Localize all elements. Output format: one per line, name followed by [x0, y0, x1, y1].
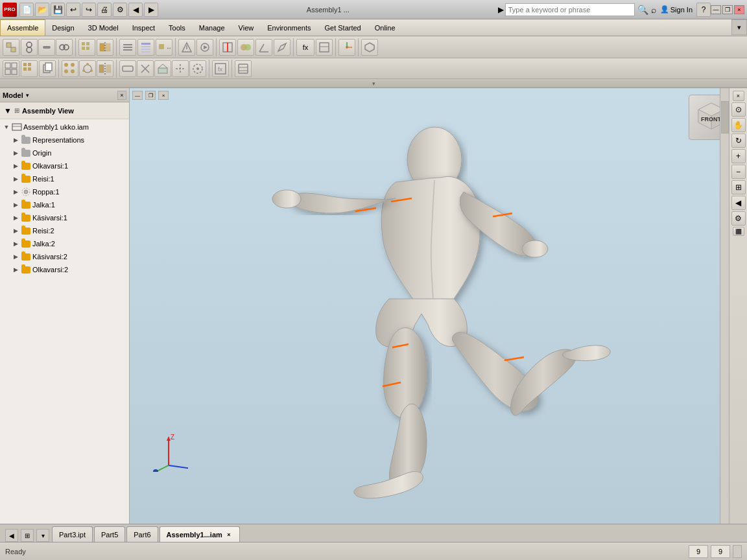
- assemble-button[interactable]: [21, 39, 38, 56]
- tree-expander-jalka1[interactable]: ▶: [12, 201, 19, 209]
- tab-part6[interactable]: Part6: [126, 526, 158, 542]
- properties-button[interactable]: ⚙: [113, 3, 127, 17]
- rt-pan-button[interactable]: ✋: [731, 118, 746, 132]
- tree-expander-jalka2[interactable]: ▶: [12, 240, 19, 248]
- redo-button[interactable]: ↪: [82, 3, 96, 17]
- tree-expander-rep[interactable]: ▶: [12, 136, 19, 144]
- viewport-close-button[interactable]: ×: [158, 91, 169, 100]
- substitute-button[interactable]: ↔: [156, 39, 172, 56]
- tree-expander-kasivarsi1[interactable]: ▶: [12, 214, 19, 222]
- menu-expand-button[interactable]: ▾: [731, 19, 747, 35]
- tab-part3[interactable]: Part3.ipt: [52, 526, 93, 542]
- manage-2-button[interactable]: [235, 60, 252, 77]
- menu-3d-model[interactable]: 3D Model: [82, 19, 126, 36]
- rt-record-button[interactable]: ⬛: [733, 227, 744, 236]
- tree-item-olkavarsi1[interactable]: ▶ Olkavarsi:1: [0, 159, 129, 172]
- tab-assembly1-close[interactable]: ×: [225, 531, 233, 539]
- status-scrollbar[interactable]: [733, 545, 742, 558]
- panel-dropdown-icon[interactable]: ▾: [26, 92, 29, 99]
- copy-button[interactable]: [39, 60, 56, 77]
- sign-in-button[interactable]: 👤 Sign In: [660, 5, 693, 14]
- tree-expander-kasivarsi2[interactable]: ▶: [12, 253, 19, 261]
- tree-expander-roppa1[interactable]: ▶: [12, 188, 19, 196]
- viewport[interactable]: — ❐ × FRONT: [130, 88, 747, 524]
- rt-zoomin-button[interactable]: +: [731, 149, 746, 163]
- tree-item-representations[interactable]: ▶ Representations: [0, 134, 129, 146]
- menu-manage[interactable]: Manage: [193, 19, 232, 36]
- tab-part5[interactable]: Part5: [94, 526, 125, 542]
- tree-item-jalka2[interactable]: ▶ Jalka:2: [0, 237, 129, 250]
- tab-nav-dropdown[interactable]: ▾: [36, 529, 49, 542]
- tree-expander-reisi2[interactable]: ▶: [12, 227, 19, 235]
- rt-zoom-button[interactable]: ⊙: [731, 102, 746, 117]
- rt-close-button[interactable]: ×: [733, 91, 744, 101]
- new-button[interactable]: 📄: [19, 3, 34, 17]
- tree-item-jalka1[interactable]: ▶ Jalka:1: [0, 198, 129, 211]
- rt-zoomout-button[interactable]: −: [731, 165, 746, 179]
- mirror-2-button[interactable]: [97, 60, 113, 77]
- tree-item-root[interactable]: ▼ Assembly1 ukko.iam: [0, 121, 129, 134]
- sketch-button[interactable]: [274, 39, 290, 56]
- viewport-minimize-button[interactable]: —: [132, 91, 143, 100]
- pattern-circular-button[interactable]: [79, 60, 96, 77]
- layout-button[interactable]: [3, 60, 19, 77]
- constraint-2-button[interactable]: [119, 60, 136, 77]
- menu-design[interactable]: Design: [45, 19, 81, 36]
- search-binoculars-icon[interactable]: ⌕: [651, 5, 656, 15]
- menu-online[interactable]: Online: [368, 19, 403, 36]
- tree-expander-olkavarsi1[interactable]: ▶: [12, 162, 19, 170]
- panel-close-button[interactable]: ×: [117, 91, 126, 100]
- angle-button[interactable]: [255, 39, 272, 56]
- work-feature-3-button[interactable]: [189, 60, 206, 77]
- rt-rotate-button[interactable]: ↻: [731, 134, 746, 148]
- search-input[interactable]: [505, 3, 635, 16]
- toolbar-expand-row[interactable]: ▾: [0, 79, 747, 88]
- menu-tools[interactable]: Tools: [162, 19, 193, 36]
- bom-button[interactable]: [137, 39, 154, 56]
- tree-expander-root[interactable]: ▼: [3, 123, 10, 131]
- tree-item-olkavarsi2[interactable]: ▶ Olkavarsi:2: [0, 263, 129, 276]
- tab-assembly1[interactable]: Assembly1...iam ×: [160, 526, 240, 542]
- tab-nav-grid[interactable]: ⊞: [21, 529, 34, 542]
- close-button[interactable]: ×: [734, 5, 744, 14]
- menu-assemble[interactable]: Assemble: [0, 19, 45, 36]
- menu-environments[interactable]: Environments: [261, 19, 318, 36]
- pattern-button[interactable]: [78, 39, 95, 56]
- place-component-button[interactable]: [3, 39, 19, 56]
- tree-item-roppa1[interactable]: ▶ Roppa:1: [0, 185, 129, 198]
- tree-item-reisi1[interactable]: ▶ Reisi:1: [0, 172, 129, 185]
- section-analysis-button[interactable]: [219, 39, 236, 56]
- search-icon[interactable]: 🔍: [637, 5, 648, 15]
- origin-button[interactable]: [338, 39, 355, 56]
- drive-button[interactable]: [196, 39, 213, 56]
- convert-button[interactable]: fx: [212, 60, 229, 77]
- tree-item-kasivarsi1[interactable]: ▶ Käsivarsi:1: [0, 211, 129, 224]
- manage-button[interactable]: [119, 39, 136, 56]
- print-button[interactable]: 🖨: [97, 3, 112, 17]
- save-button[interactable]: 💾: [51, 3, 65, 17]
- work-feature-2-button[interactable]: [172, 60, 189, 77]
- menu-inspect[interactable]: Inspect: [126, 19, 162, 36]
- viewport-scrollbar[interactable]: [720, 88, 729, 524]
- viewport-restore-button[interactable]: ❐: [145, 91, 156, 100]
- rt-fit-button[interactable]: ⊞: [731, 180, 746, 194]
- isometric-button[interactable]: [361, 39, 378, 56]
- rt-next-button[interactable]: ⚙: [731, 211, 746, 226]
- grid-view-button[interactable]: [21, 60, 38, 77]
- equation-button[interactable]: fx: [296, 39, 314, 56]
- rt-prev-button[interactable]: ◀: [731, 196, 746, 210]
- tree-expander-olkavarsi2[interactable]: ▶: [12, 266, 19, 274]
- tab-nav-left[interactable]: ◀: [5, 529, 18, 542]
- restore-button[interactable]: ❐: [722, 5, 733, 14]
- work-feature-button[interactable]: [154, 60, 171, 77]
- help-button[interactable]: ?: [696, 3, 711, 17]
- undo-button[interactable]: ↩: [66, 3, 80, 17]
- table-button[interactable]: [316, 39, 333, 56]
- productivity-button[interactable]: [178, 39, 195, 56]
- joint-button[interactable]: [38, 39, 55, 56]
- tree-expander-reisi1[interactable]: ▶: [12, 175, 19, 183]
- minimize-button[interactable]: —: [711, 5, 721, 14]
- tree-item-origin[interactable]: ▶ Origin: [0, 146, 129, 159]
- open-button[interactable]: 📂: [35, 3, 49, 17]
- constraint-button[interactable]: [56, 39, 73, 56]
